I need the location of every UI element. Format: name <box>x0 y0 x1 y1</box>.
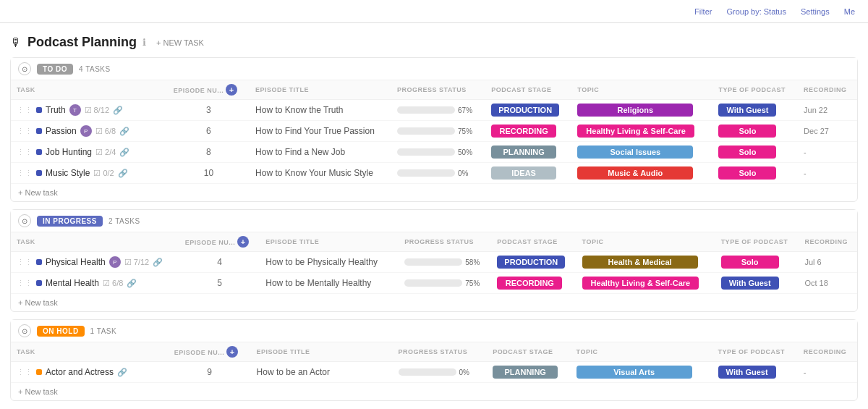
progress-label: 50% <box>458 148 472 156</box>
topic-badge[interactable]: Religions <box>577 104 693 117</box>
subtask-count: ☑ 6/8 <box>103 279 123 288</box>
podcast-stage-badge[interactable]: RECORDING <box>497 277 562 290</box>
podcast-stage-badge[interactable]: PLANNING <box>491 146 556 159</box>
col-header-title: EPISODE TITLE <box>260 232 399 252</box>
progress-bar <box>404 258 462 266</box>
type-badge[interactable]: Solo <box>718 166 776 180</box>
topic-badge[interactable]: Visual Arts <box>576 366 692 379</box>
episode-title-cell: How to Find Your True Passion <box>250 121 391 142</box>
add-column-icon[interactable]: + <box>226 346 238 358</box>
progress-bar <box>397 148 455 156</box>
link-icon[interactable]: 🔗 <box>119 148 129 157</box>
add-task-button[interactable]: + New task <box>18 188 58 197</box>
link-icon[interactable]: 🔗 <box>118 169 128 178</box>
stage-cell: PLANNING <box>487 362 570 383</box>
add-task-button[interactable]: + New task <box>18 298 58 307</box>
podcast-stage-badge[interactable]: IDEAS <box>491 166 556 180</box>
topic-cell: Healthy Living & Self-Care <box>576 273 715 294</box>
type-badge[interactable]: Solo <box>721 256 779 269</box>
drag-handle: ⋮⋮ <box>17 368 33 377</box>
stage-cell: PLANNING <box>485 142 571 163</box>
task-color-dot <box>36 259 42 265</box>
task-name-label[interactable]: Music Style <box>46 168 90 178</box>
col-header-stage: PODCAST STAGE <box>487 342 570 362</box>
col-header-recording: RECORDING <box>799 232 857 252</box>
task-name-cell: ⋮⋮ Physical Health P ☑ 7/12 🔗 <box>11 252 179 273</box>
col-header-title: EPISODE TITLE <box>251 342 393 362</box>
topic-badge[interactable]: Music & Audio <box>577 166 693 180</box>
subtask-count: ☑ 2/4 <box>95 148 116 157</box>
topic-cell: Social Issues <box>571 142 712 163</box>
task-name-label[interactable]: Passion <box>46 126 77 136</box>
episode-title-cell: How to Know the Truth <box>250 100 391 121</box>
topic-badge[interactable]: Healthy Living & Self-Care <box>577 125 694 138</box>
link-icon[interactable]: 🔗 <box>153 258 163 267</box>
type-badge[interactable]: With Guest <box>718 104 776 117</box>
filter-button[interactable]: Filter <box>690 6 716 17</box>
add-column-icon[interactable]: + <box>226 84 237 96</box>
task-name-cell: ⋮⋮ Truth T ☑ 8/12 🔗 <box>11 100 168 121</box>
col-header-progress: PROGRESS STATUS <box>393 342 488 362</box>
podcast-stage-badge[interactable]: PRODUCTION <box>491 104 559 117</box>
task-name-label[interactable]: Actor and Actress <box>46 367 114 377</box>
type-badge[interactable]: Solo <box>718 146 776 159</box>
table-row: ⋮⋮ Actor and Actress 🔗 9 How to be an Ac… <box>11 362 857 383</box>
add-column-icon[interactable]: + <box>237 236 249 248</box>
add-task-button[interactable]: + New task <box>18 387 58 396</box>
task-table-inprogress: TASK EPISODE NU... + EPISODE TITLE PROGR… <box>11 232 857 311</box>
main-container: 🎙 Podcast Planning ℹ + NEW TASK ⊙ TO DO … <box>0 23 868 409</box>
podcast-stage-badge[interactable]: PLANNING <box>493 366 558 379</box>
type-badge[interactable]: Solo <box>718 125 776 138</box>
task-name-cell: ⋮⋮ Passion P ☑ 6/8 🔗 <box>11 121 168 142</box>
link-icon[interactable]: 🔗 <box>127 279 137 288</box>
avatar: P <box>109 256 121 268</box>
drag-handle: ⋮⋮ <box>17 258 33 267</box>
table-row: ⋮⋮ Truth T ☑ 8/12 🔗 3 How to Know the Tr… <box>11 100 857 121</box>
recording-date-cell: Jun 22 <box>798 100 857 121</box>
section-todo: ⊙ TO DO 4 TASKS TASK EPISODE NU... + EPI… <box>10 57 858 202</box>
episode-title-cell: How to be Physically Healthy <box>260 252 399 273</box>
new-task-button[interactable]: + NEW TASK <box>152 37 208 49</box>
podcast-stage-badge[interactable]: PRODUCTION <box>497 256 565 269</box>
section-onhold: ⊙ ON HOLD 1 TASK TASK EPISODE NU... + EP… <box>10 319 858 401</box>
task-name-label[interactable]: Mental Health <box>46 278 99 288</box>
col-header-type: TYPE OF PODCAST <box>712 80 798 100</box>
type-badge[interactable]: With Guest <box>721 277 779 290</box>
col-header-progress: PROGRESS STATUS <box>399 232 491 252</box>
topic-badge[interactable]: Healthy Living & Self-Care <box>582 277 699 290</box>
episode-title-cell: How to Know Your Music Style <box>250 163 391 184</box>
topic-badge[interactable]: Health & Medical <box>582 256 698 269</box>
episode-title-cell: How to be an Actor <box>251 362 393 383</box>
task-name-label[interactable]: Truth <box>46 105 66 115</box>
col-header-title: EPISODE TITLE <box>250 80 391 100</box>
me-button[interactable]: Me <box>840 6 859 17</box>
progress-cell: 0% <box>391 163 485 184</box>
episode-num-cell: 9 <box>169 362 251 383</box>
topic-cell: Visual Arts <box>571 362 712 383</box>
group-by-button[interactable]: Group by: Status <box>722 6 791 17</box>
podcast-stage-badge[interactable]: RECORDING <box>491 125 556 138</box>
col-header-recording: RECORDING <box>798 80 857 100</box>
collapse-button-todo[interactable]: ⊙ <box>18 62 31 75</box>
settings-button[interactable]: Settings <box>796 6 834 17</box>
link-icon[interactable]: 🔗 <box>113 106 123 115</box>
drag-handle: ⋮⋮ <box>17 106 33 115</box>
task-name-label[interactable]: Physical Health <box>46 257 106 267</box>
info-icon[interactable]: ℹ <box>142 37 146 48</box>
subtask-count: ☑ 0/2 <box>93 169 114 178</box>
link-icon[interactable]: 🔗 <box>119 127 129 136</box>
section-header-todo: ⊙ TO DO 4 TASKS <box>11 58 857 80</box>
collapse-button-inprogress[interactable]: ⊙ <box>18 214 31 227</box>
type-cell: Solo <box>712 121 798 142</box>
collapse-button-onhold[interactable]: ⊙ <box>18 324 31 337</box>
type-badge[interactable]: With Guest <box>718 366 776 379</box>
progress-label: 0% <box>458 169 468 177</box>
progress-cell: 75% <box>391 121 485 142</box>
type-cell: Solo <box>712 142 798 163</box>
recording-date-cell: Dec 27 <box>798 121 857 142</box>
add-task-cell: + New task <box>11 383 857 401</box>
task-name-label[interactable]: Job Hunting <box>46 147 92 157</box>
avatar: P <box>80 125 92 137</box>
link-icon[interactable]: 🔗 <box>117 368 127 377</box>
topic-badge[interactable]: Social Issues <box>577 146 693 159</box>
